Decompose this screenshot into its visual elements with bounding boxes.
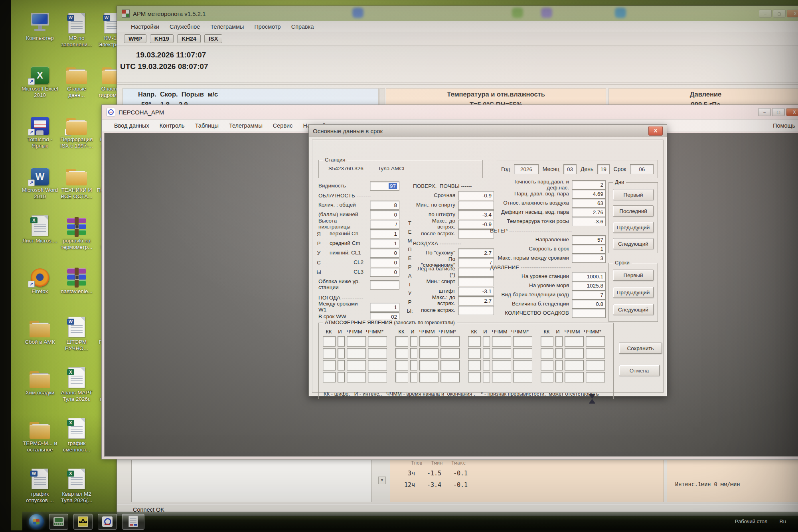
- desktop-icon[interactable]: Xграфик сменност...: [58, 416, 95, 453]
- taskbar-button[interactable]: [122, 514, 144, 530]
- field-input[interactable]: 1: [370, 303, 399, 312]
- phenomena-cell[interactable]: [440, 336, 460, 347]
- field-input[interactable]: -3.6: [572, 217, 606, 226]
- field-input[interactable]: 97: [370, 181, 399, 191]
- phenomena-cell[interactable]: [492, 336, 511, 347]
- phenomena-cell[interactable]: [541, 336, 553, 347]
- maximize-icon[interactable]: ▢: [773, 10, 786, 18]
- start-button[interactable]: [29, 514, 44, 529]
- cancel-button[interactable]: Отмена: [619, 365, 660, 376]
- phenomena-cell[interactable]: [586, 360, 605, 370]
- field-input[interactable]: 57: [572, 235, 606, 244]
- menu-item[interactable]: Просмотр: [249, 24, 286, 30]
- field-input[interactable]: 1: [370, 239, 399, 248]
- day-button[interactable]: Предыдущий: [613, 222, 654, 233]
- phenomena-cell[interactable]: [395, 336, 408, 347]
- taskbar-button[interactable]: [98, 514, 117, 530]
- phenomena-cell[interactable]: [483, 336, 490, 347]
- desktop-icon[interactable]: Wграфик отпусков ...: [22, 467, 58, 504]
- phenomena-cell[interactable]: [338, 348, 345, 359]
- phenomena-cell[interactable]: [513, 348, 532, 359]
- menu-item[interactable]: Сервис: [268, 122, 298, 129]
- field-input[interactable]: 2.7: [458, 248, 494, 258]
- phenomena-cell[interactable]: [338, 336, 345, 347]
- field-input[interactable]: 0: [370, 248, 399, 258]
- phenomena-cell[interactable]: [586, 336, 605, 347]
- phenomena-cell[interactable]: [368, 360, 387, 370]
- phenomena-cell[interactable]: [410, 360, 417, 370]
- field-input[interactable]: [458, 306, 494, 315]
- desktop-icon[interactable]: XЛист Micros....: [22, 214, 58, 244]
- phenomena-cell[interactable]: [468, 336, 481, 347]
- field-input[interactable]: -3.1: [458, 287, 494, 296]
- phenomena-cell[interactable]: [565, 372, 584, 382]
- desktop-icon[interactable]: ↗Totalcmd - Ярлык: [22, 112, 58, 150]
- menu-item[interactable]: Телеграммы: [205, 24, 249, 30]
- phenomena-cell[interactable]: [565, 336, 584, 347]
- field-input[interactable]: 2.76: [572, 208, 606, 217]
- menu-item[interactable]: Ввод данных: [109, 122, 154, 129]
- save-button[interactable]: Сохранить: [619, 343, 662, 354]
- phenomena-cell[interactable]: [483, 348, 490, 359]
- phenomena-cell[interactable]: [555, 348, 563, 359]
- phenomena-cell[interactable]: [368, 372, 387, 382]
- phenomena-cell[interactable]: [338, 372, 345, 382]
- desktop-icon[interactable]: ТЕХНИКИ И ВСЁ ОСТА...: [58, 163, 95, 200]
- desktop-icon[interactable]: XАванс МАРТ Тула 2026г.: [58, 366, 95, 403]
- toolbar-button-kh19[interactable]: KH19: [150, 34, 174, 43]
- field-input[interactable]: 4.69: [572, 189, 606, 199]
- close-icon[interactable]: [648, 126, 663, 136]
- phenomena-cell[interactable]: [323, 348, 336, 359]
- desktop-icon[interactable]: Сбой в АМК: [22, 315, 58, 345]
- date-field-input[interactable]: 06: [630, 164, 654, 174]
- phenomena-cell[interactable]: [410, 336, 417, 347]
- phenomena-cell[interactable]: [368, 336, 387, 347]
- taskbar-button[interactable]: [49, 514, 68, 530]
- phenomena-cell[interactable]: [483, 360, 490, 370]
- phenomena-cell[interactable]: [419, 372, 439, 382]
- field-input[interactable]: 1: [572, 244, 606, 254]
- desktop-icon[interactable]: Хим.осадки: [22, 366, 58, 396]
- field-input[interactable]: 1000.1: [572, 272, 606, 281]
- field-input[interactable]: 0: [370, 258, 399, 267]
- day-button[interactable]: Первый: [613, 189, 654, 200]
- phenomena-cell[interactable]: [323, 360, 336, 370]
- term-button[interactable]: Следующий: [613, 304, 654, 315]
- term-button[interactable]: Первый: [613, 270, 654, 281]
- desktop-icon[interactable]: W↗Microsoft Word 2010: [22, 163, 58, 200]
- field-input[interactable]: [458, 277, 494, 286]
- field-input[interactable]: -0.9: [458, 220, 494, 229]
- minimize-icon[interactable]: –: [759, 10, 772, 18]
- phenomena-cell[interactable]: [492, 372, 511, 382]
- field-input[interactable]: [458, 268, 494, 277]
- desktop-icon[interactable]: ↗Перфорация ISX с 1997-...: [58, 112, 95, 150]
- phenomena-cell[interactable]: [492, 348, 511, 359]
- date-field-input[interactable]: 2026: [514, 164, 538, 174]
- phenomena-cell[interactable]: [338, 360, 345, 370]
- desktop-icon[interactable]: X↗Microsoft Excel 2010: [22, 62, 58, 99]
- phenomena-cell[interactable]: [395, 372, 408, 382]
- menu-item[interactable]: Контроль: [154, 122, 190, 129]
- menu-item-help[interactable]: Помощь: [768, 122, 798, 129]
- field-input[interactable]: 1: [370, 229, 399, 238]
- phenomena-cell[interactable]: [440, 372, 460, 382]
- dialog-titlebar[interactable]: Основные данные в срок: [309, 125, 667, 137]
- menu-item[interactable]: Настройки: [126, 24, 164, 30]
- close-icon[interactable]: X: [786, 108, 798, 116]
- phenomena-cell[interactable]: [419, 348, 439, 359]
- persona-titlebar[interactable]: ПЕРСОНА_АРМ – ▢ X: [102, 105, 798, 119]
- field-input[interactable]: [458, 201, 494, 210]
- taskbar-button[interactable]: [73, 514, 93, 530]
- phenomena-cell[interactable]: [468, 372, 481, 382]
- date-field-input[interactable]: 19: [597, 164, 609, 174]
- phenomena-cell[interactable]: [513, 372, 532, 382]
- toolbar-button-isx[interactable]: ISX: [204, 34, 222, 43]
- phenomena-cell[interactable]: [419, 360, 439, 370]
- phenomena-cell[interactable]: [410, 348, 417, 359]
- phenomena-cell[interactable]: [347, 336, 366, 347]
- field-input[interactable]: 2.7: [458, 296, 494, 305]
- phenomena-cell[interactable]: [395, 360, 408, 370]
- phenomena-cell[interactable]: [347, 372, 366, 382]
- arm-titlebar[interactable]: АРМ метеоролога v1.5.2.1 – ▢ X: [117, 6, 798, 21]
- field-input[interactable]: 63: [572, 199, 606, 208]
